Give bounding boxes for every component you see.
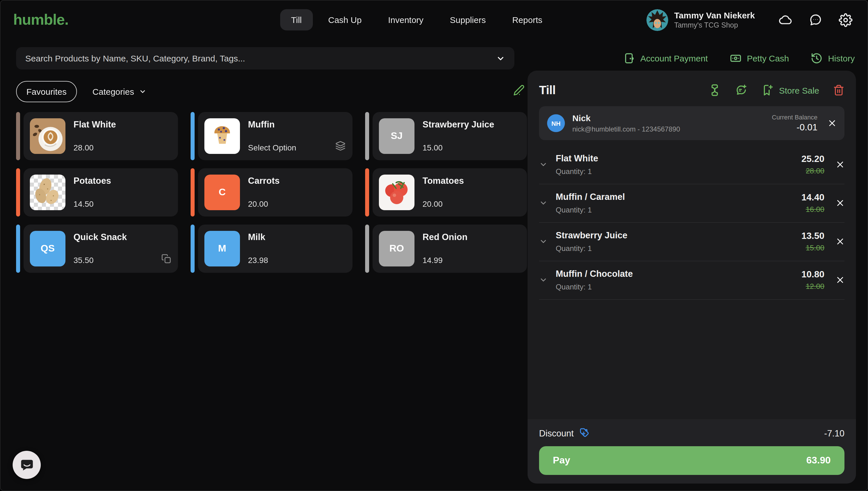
line-item-quantity: Quantity: 1 [556,167,598,176]
top-icon-group [779,13,855,27]
discount-tag-icon[interactable] [579,428,590,439]
product-name: Milk [248,232,268,242]
user-profile[interactable]: Tammy Van Niekerk Tammy's TCG Shop [647,9,755,31]
product-card-muffin[interactable]: Muffin Select Option [190,112,353,160]
categories-dropdown[interactable]: Categories [92,86,146,96]
product-name: Flat White [73,119,116,130]
product-price: 15.00 [422,143,494,152]
discount-row: Discount -7.10 [539,419,844,446]
product-accent-bar [190,225,194,273]
product-card-potatoes[interactable]: Potatoes 14.50 [16,168,178,216]
product-card-tomatoes[interactable]: Tomatoes 20.00 [365,168,527,216]
messages-icon[interactable] [809,13,822,26]
line-item: Strawberry Juice Quantity: 1 13.50 15.00 [539,223,844,261]
product-price: 20.00 [422,199,464,208]
remove-item-icon[interactable] [836,199,844,207]
chevron-down-icon [496,54,505,63]
customer-avatar: NH [547,114,565,132]
product-price: 28.00 [73,143,116,152]
toolbar-row: Search Products by Name, SKU, Category, … [1,39,867,69]
combo-copy-icon [161,254,171,266]
line-item-original-price: 12.00 [801,282,825,291]
ticket-icon[interactable] [709,84,721,96]
product-price: 14.99 [422,256,468,265]
customer-name: Nick [572,113,680,123]
expand-item-icon[interactable] [539,276,548,284]
product-name: Carrots [248,176,279,186]
history-button[interactable]: History [811,52,855,64]
pay-amount: 63.90 [806,455,831,466]
line-item-name: Flat White [556,153,598,164]
product-initials-tile: RO [379,231,415,266]
remove-item-icon[interactable] [836,276,844,284]
products-section: Favourites Categories [1,69,528,273]
tab-cash-up[interactable]: Cash Up [317,9,372,30]
favourites-button[interactable]: Favourites [16,81,77,102]
chevron-down-icon [139,88,146,95]
customer-card[interactable]: NH Nick nick@humbletill.com - 1234567890… [539,106,844,140]
app-window: humble. Till Cash Up Inventory Suppliers… [0,0,868,491]
cloud-sync-icon[interactable] [779,13,792,26]
product-card-strawberry-juice[interactable]: SJ Strawberry Juice 15.00 [365,112,527,160]
product-image-tomatoes [379,175,415,210]
layers-options-icon [335,141,346,153]
product-card-milk[interactable]: M Milk 23.98 [190,225,353,273]
line-item-price: 10.80 [801,269,825,280]
user-text: Tammy Van Niekerk Tammy's TCG Shop [674,10,755,29]
line-item-original-price: 16.00 [801,205,825,213]
tab-suppliers[interactable]: Suppliers [439,9,497,30]
history-clock-icon [811,52,823,64]
clear-till-trash-icon[interactable] [833,84,844,96]
account-payment-button[interactable]: Account Payment [623,52,708,64]
product-name: Strawberry Juice [422,119,494,130]
tab-reports[interactable]: Reports [501,9,553,30]
product-accent-bar [190,112,194,160]
edit-favourites-button[interactable] [513,84,525,98]
wallet-icon [623,52,635,64]
product-price: 20.00 [248,199,279,208]
tab-till[interactable]: Till [280,9,312,30]
product-card-red-onion[interactable]: RO Red Onion 14.99 [365,225,527,273]
search-placeholder: Search Products by Name, SKU, Category, … [25,53,245,63]
product-name: Tomatoes [422,176,464,186]
product-image-coffee [30,118,65,154]
main-area: Favourites Categories [1,69,867,484]
product-image-potatoes [30,175,65,210]
filter-row: Favourites Categories [16,80,528,103]
line-item: Muffin / Caramel Quantity: 1 14.40 16.00 [539,184,844,223]
customer-contact: nick@humbletill.com - 1234567890 [572,125,680,133]
chat-bubble-icon [19,457,34,472]
product-card-carrots[interactable]: C Carrots 20.00 [190,168,353,216]
add-note-icon[interactable] [735,84,747,96]
settings-gear-icon[interactable] [839,13,852,27]
product-accent-bar [16,225,20,273]
product-grid: Flat White 28.00 Muffin Select [16,112,528,273]
product-card-quick-snack[interactable]: QS Quick Snack 35.50 [16,225,178,273]
line-item-quantity: Quantity: 1 [556,206,625,214]
remove-item-icon[interactable] [836,237,844,246]
search-input[interactable]: Search Products by Name, SKU, Category, … [16,47,514,69]
expand-item-icon[interactable] [539,199,548,207]
product-image-muffin [204,118,240,154]
remove-item-icon[interactable] [836,160,844,169]
store-sale-button[interactable]: Store Sale [761,84,819,96]
banknote-icon [730,52,742,64]
till-panel: Till Store Sale [528,70,856,484]
product-initials-tile: M [204,231,240,266]
product-initials-tile: C [204,175,240,210]
support-chat-launcher[interactable] [12,451,41,479]
product-card-flat-white[interactable]: Flat White 28.00 [16,112,178,160]
petty-cash-button[interactable]: Petty Cash [730,52,789,64]
expand-item-icon[interactable] [539,160,548,169]
product-price: 35.50 [73,256,127,265]
product-accent-bar [365,168,369,216]
main-nav: Till Cash Up Inventory Suppliers Reports [280,1,553,39]
expand-item-icon[interactable] [539,237,548,246]
product-name: Red Onion [422,232,468,242]
pay-button[interactable]: Pay 63.90 [539,446,844,475]
bookmark-plus-icon [761,84,774,96]
remove-customer-icon[interactable] [828,119,836,127]
tab-inventory[interactable]: Inventory [377,9,434,30]
till-header: Till Store Sale [539,83,844,97]
product-name: Muffin [248,119,296,130]
